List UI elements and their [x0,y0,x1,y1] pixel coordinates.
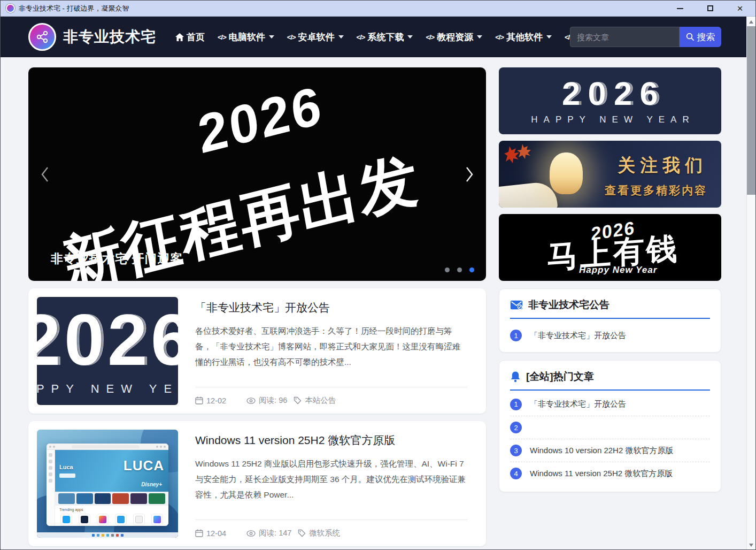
carousel-dot-2[interactable] [457,268,462,272]
calendar-icon [195,396,203,404]
nav-item-tutorials[interactable]: </> 教程资源 [420,26,488,49]
nav-item-label: 系统下载 [367,31,404,43]
envelope-icon [510,300,523,310]
code-icon: </> [495,33,504,41]
nav-item-label: 安卓软件 [298,31,335,43]
chevron-down-icon [546,35,552,39]
tag-text: 本站公告 [305,395,336,406]
rank-badge: 2 [510,422,522,433]
thumb-hero-title: LUCA [124,457,164,474]
article-reads: 阅读: 147 [246,528,291,538]
app-tile-icon [97,514,109,525]
minimize-button[interactable] [673,3,687,14]
search-input[interactable] [570,27,680,47]
hot-article-item[interactable]: 4 Windows 11 version 25H2 微软官方原版 [510,462,710,485]
reads-text: 阅读: 147 [259,528,291,538]
article-thumbnail[interactable]: 2026 HAPPY NEW YEAR [37,297,178,405]
maximize-button[interactable] [703,3,717,14]
chevron-right-icon [465,166,474,183]
app-tile-icon [60,514,72,525]
close-button[interactable]: × [733,3,747,14]
hot-article-item[interactable]: 3 Windows 10 version 22H2 微软官方原版 [510,439,710,462]
home-icon [175,33,184,41]
hero-carousel[interactable]: 2026 新征程再出发 非专业技术宅 开门迎客 [28,67,486,281]
main-navbar: 非专业技术宅 首页 </> 电脑软件 </> 安卓软件 </> 系统下载 </>… [1,17,756,57]
rank-badge: 1 [510,399,522,410]
nav-item-label: 首页 [187,31,205,43]
banner-happy-new-year[interactable]: 2026 HAPPY NEW YEAR [499,67,721,134]
article-thumbnail[interactable]: LUCA Luca Disney+ Trending ap [37,430,178,538]
article-excerpt: 各位技术爱好者、互联网冲浪选手：久等了！历经一段时间的打磨与筹备，「非专业技术宅… [195,323,468,370]
article-card[interactable]: LUCA Luca Disney+ Trending ap [28,421,486,546]
hot-article-text: Windows 11 version 25H2 微软官方原版 [530,469,673,479]
app-logo-icon [6,4,15,13]
article-meta: 12-02 阅读: 96 本站公告 [195,387,468,406]
carousel-dot-1[interactable] [445,268,450,272]
hot-articles-widget: [全站]热门文章 1 「非专业技术宅」开放公告 2 3 Windows 10 v… [499,360,721,492]
article-reads: 阅读: 96 [246,395,287,406]
eye-icon [246,530,256,537]
article-card[interactable]: 2026 HAPPY NEW YEAR 「非专业技术宅」开放公告 各位技术爱好者… [28,288,486,414]
share-icon [35,30,49,44]
code-icon: </> [287,33,296,41]
announcement-widget: 非专业技术宅公告 1 「非专业技术宅」开放公告 [499,288,721,353]
app-tile-icon [151,514,163,525]
carousel-next-button[interactable] [460,163,479,186]
article-meta: 12-04 阅读: 147 微软系统 [195,520,468,538]
nav-item-label: 电脑软件 [229,31,265,43]
banner-subtitle-text: HAPPY NEW YEAR [525,114,695,125]
hot-article-text: Windows 10 version 22H2 微软官方原版 [530,446,673,456]
nav-item-pc-software[interactable]: </> 电脑软件 [212,26,280,49]
widget-title: [全站]热门文章 [526,370,594,384]
tag-text: 微软系统 [309,528,340,538]
carousel-prev-button[interactable] [36,163,54,186]
site-name[interactable]: 非专业技术宅 [63,27,156,47]
announcement-item[interactable]: 1 「非专业技术宅」开放公告 [510,323,710,348]
article-tag[interactable]: 本站公告 [294,395,336,406]
chevron-left-icon [40,166,50,183]
carousel-dots [445,268,474,272]
article-title[interactable]: Windows 11 version 25H2 微软官方原版 [195,433,468,448]
window-title: 非专业技术宅 - 打破边界，凝聚众智 [19,4,129,13]
banner-money-new-year[interactable]: 2026 马上有钱 Happy New Year [499,214,721,281]
thumb-hero-small-title: Luca [59,464,73,470]
scroll-down-arrow-icon[interactable] [749,544,753,547]
search-button[interactable]: 搜索 [680,27,721,47]
search-box: 搜索 [570,27,721,47]
site-logo-icon[interactable] [28,23,56,51]
nav-item-home[interactable]: 首页 [170,26,210,49]
article-date: 12-02 [195,396,226,405]
search-button-label: 搜索 [697,31,715,43]
nav-item-android-software[interactable]: </> 安卓软件 [282,26,349,49]
chevron-down-icon [477,35,482,39]
carousel-dot-3-active[interactable] [469,268,474,272]
banner-year-text: 2026 [554,77,666,110]
chevron-down-icon [407,35,413,39]
hot-article-item[interactable]: 2 [510,416,710,439]
vertical-scrollbar[interactable] [746,17,755,550]
nav-item-other-software[interactable]: </> 其他软件 [490,26,557,49]
banner-follow-title: 关注我们 [605,154,707,178]
calendar-icon [195,529,203,537]
store-window-graphic: LUCA Luca Disney+ Trending ap [47,444,168,526]
announcement-item-text: 「非专业技术宅」开放公告 [530,331,626,341]
rank-badge: 3 [510,445,522,456]
chevron-down-icon [338,35,344,39]
code-icon: </> [426,33,434,41]
scrollbar-thumb[interactable] [747,26,755,195]
chevron-down-icon [269,35,274,39]
bell-icon [510,371,521,383]
tag-icon [294,396,302,404]
nav-item-system-download[interactable]: </> 系统下载 [351,26,419,49]
scroll-up-arrow-icon[interactable] [749,20,753,24]
article-tag[interactable]: 微软系统 [298,528,340,538]
banner-follow-us[interactable]: 关注我们 查看更多精彩内容 [499,141,721,208]
slide-caption: 非专业技术宅 开门迎客 [51,250,183,267]
hot-article-item[interactable]: 1 「非专业技术宅」开放公告 [510,393,710,416]
tag-icon [298,529,306,537]
slide-year-text: 2026 [194,73,326,165]
app-tile-icon [133,514,145,525]
window-controls: × [673,3,751,14]
article-date: 12-04 [195,529,226,538]
article-title[interactable]: 「非专业技术宅」开放公告 [195,300,468,315]
